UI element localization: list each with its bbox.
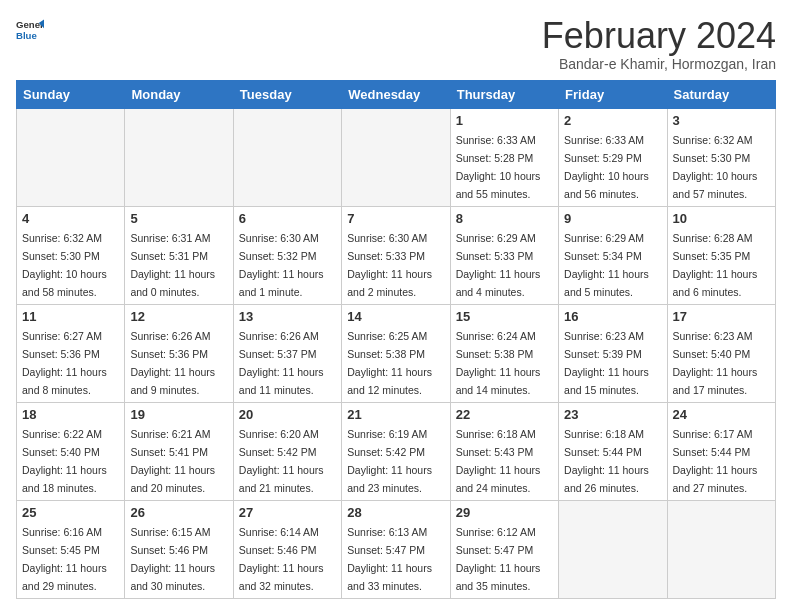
day-number: 10	[673, 211, 770, 226]
day-number: 12	[130, 309, 227, 324]
day-info: Sunrise: 6:27 AM Sunset: 5:36 PM Dayligh…	[22, 330, 107, 396]
day-cell: 4Sunrise: 6:32 AM Sunset: 5:30 PM Daylig…	[17, 206, 125, 304]
day-info: Sunrise: 6:15 AM Sunset: 5:46 PM Dayligh…	[130, 526, 215, 592]
svg-text:General: General	[16, 19, 44, 30]
day-number: 16	[564, 309, 661, 324]
day-info: Sunrise: 6:32 AM Sunset: 5:30 PM Dayligh…	[22, 232, 107, 298]
day-cell: 20Sunrise: 6:20 AM Sunset: 5:42 PM Dayli…	[233, 402, 341, 500]
day-info: Sunrise: 6:32 AM Sunset: 5:30 PM Dayligh…	[673, 134, 758, 200]
day-cell: 23Sunrise: 6:18 AM Sunset: 5:44 PM Dayli…	[559, 402, 667, 500]
day-number: 8	[456, 211, 553, 226]
day-cell: 16Sunrise: 6:23 AM Sunset: 5:39 PM Dayli…	[559, 304, 667, 402]
day-number: 18	[22, 407, 119, 422]
day-header-thursday: Thursday	[450, 80, 558, 108]
day-info: Sunrise: 6:24 AM Sunset: 5:38 PM Dayligh…	[456, 330, 541, 396]
day-number: 19	[130, 407, 227, 422]
day-cell: 12Sunrise: 6:26 AM Sunset: 5:36 PM Dayli…	[125, 304, 233, 402]
day-cell: 27Sunrise: 6:14 AM Sunset: 5:46 PM Dayli…	[233, 500, 341, 598]
day-cell	[667, 500, 775, 598]
day-cell: 8Sunrise: 6:29 AM Sunset: 5:33 PM Daylig…	[450, 206, 558, 304]
calendar-body: 1Sunrise: 6:33 AM Sunset: 5:28 PM Daylig…	[17, 108, 776, 598]
day-cell: 25Sunrise: 6:16 AM Sunset: 5:45 PM Dayli…	[17, 500, 125, 598]
day-cell: 6Sunrise: 6:30 AM Sunset: 5:32 PM Daylig…	[233, 206, 341, 304]
day-info: Sunrise: 6:30 AM Sunset: 5:33 PM Dayligh…	[347, 232, 432, 298]
day-number: 20	[239, 407, 336, 422]
day-cell: 9Sunrise: 6:29 AM Sunset: 5:34 PM Daylig…	[559, 206, 667, 304]
day-cell: 15Sunrise: 6:24 AM Sunset: 5:38 PM Dayli…	[450, 304, 558, 402]
logo-icon: General Blue	[16, 16, 44, 44]
week-row-1: 1Sunrise: 6:33 AM Sunset: 5:28 PM Daylig…	[17, 108, 776, 206]
day-cell: 1Sunrise: 6:33 AM Sunset: 5:28 PM Daylig…	[450, 108, 558, 206]
day-info: Sunrise: 6:20 AM Sunset: 5:42 PM Dayligh…	[239, 428, 324, 494]
day-info: Sunrise: 6:18 AM Sunset: 5:43 PM Dayligh…	[456, 428, 541, 494]
day-cell: 3Sunrise: 6:32 AM Sunset: 5:30 PM Daylig…	[667, 108, 775, 206]
day-cell: 22Sunrise: 6:18 AM Sunset: 5:43 PM Dayli…	[450, 402, 558, 500]
day-number: 5	[130, 211, 227, 226]
calendar-table: SundayMondayTuesdayWednesdayThursdayFrid…	[16, 80, 776, 599]
week-row-5: 25Sunrise: 6:16 AM Sunset: 5:45 PM Dayli…	[17, 500, 776, 598]
day-info: Sunrise: 6:22 AM Sunset: 5:40 PM Dayligh…	[22, 428, 107, 494]
day-info: Sunrise: 6:31 AM Sunset: 5:31 PM Dayligh…	[130, 232, 215, 298]
day-number: 21	[347, 407, 444, 422]
week-row-4: 18Sunrise: 6:22 AM Sunset: 5:40 PM Dayli…	[17, 402, 776, 500]
day-number: 7	[347, 211, 444, 226]
day-info: Sunrise: 6:23 AM Sunset: 5:39 PM Dayligh…	[564, 330, 649, 396]
day-info: Sunrise: 6:30 AM Sunset: 5:32 PM Dayligh…	[239, 232, 324, 298]
day-number: 6	[239, 211, 336, 226]
day-info: Sunrise: 6:28 AM Sunset: 5:35 PM Dayligh…	[673, 232, 758, 298]
day-number: 28	[347, 505, 444, 520]
calendar-header: General Blue February 2024 Bandar-e Kham…	[16, 16, 776, 72]
day-cell: 13Sunrise: 6:26 AM Sunset: 5:37 PM Dayli…	[233, 304, 341, 402]
day-cell	[559, 500, 667, 598]
day-cell	[342, 108, 450, 206]
day-header-wednesday: Wednesday	[342, 80, 450, 108]
day-cell: 21Sunrise: 6:19 AM Sunset: 5:42 PM Dayli…	[342, 402, 450, 500]
day-cell: 29Sunrise: 6:12 AM Sunset: 5:47 PM Dayli…	[450, 500, 558, 598]
day-number: 2	[564, 113, 661, 128]
day-number: 3	[673, 113, 770, 128]
day-info: Sunrise: 6:12 AM Sunset: 5:47 PM Dayligh…	[456, 526, 541, 592]
calendar-subtitle: Bandar-e Khamir, Hormozgan, Iran	[542, 56, 776, 72]
day-number: 27	[239, 505, 336, 520]
days-header-row: SundayMondayTuesdayWednesdayThursdayFrid…	[17, 80, 776, 108]
day-number: 24	[673, 407, 770, 422]
day-info: Sunrise: 6:25 AM Sunset: 5:38 PM Dayligh…	[347, 330, 432, 396]
day-cell: 19Sunrise: 6:21 AM Sunset: 5:41 PM Dayli…	[125, 402, 233, 500]
day-cell: 7Sunrise: 6:30 AM Sunset: 5:33 PM Daylig…	[342, 206, 450, 304]
day-header-tuesday: Tuesday	[233, 80, 341, 108]
day-number: 1	[456, 113, 553, 128]
day-info: Sunrise: 6:16 AM Sunset: 5:45 PM Dayligh…	[22, 526, 107, 592]
day-number: 23	[564, 407, 661, 422]
day-info: Sunrise: 6:19 AM Sunset: 5:42 PM Dayligh…	[347, 428, 432, 494]
day-info: Sunrise: 6:26 AM Sunset: 5:36 PM Dayligh…	[130, 330, 215, 396]
day-number: 26	[130, 505, 227, 520]
day-cell	[233, 108, 341, 206]
day-info: Sunrise: 6:29 AM Sunset: 5:33 PM Dayligh…	[456, 232, 541, 298]
day-cell: 26Sunrise: 6:15 AM Sunset: 5:46 PM Dayli…	[125, 500, 233, 598]
day-cell: 14Sunrise: 6:25 AM Sunset: 5:38 PM Dayli…	[342, 304, 450, 402]
day-info: Sunrise: 6:26 AM Sunset: 5:37 PM Dayligh…	[239, 330, 324, 396]
day-info: Sunrise: 6:23 AM Sunset: 5:40 PM Dayligh…	[673, 330, 758, 396]
day-cell: 5Sunrise: 6:31 AM Sunset: 5:31 PM Daylig…	[125, 206, 233, 304]
day-number: 4	[22, 211, 119, 226]
day-cell: 2Sunrise: 6:33 AM Sunset: 5:29 PM Daylig…	[559, 108, 667, 206]
day-number: 13	[239, 309, 336, 324]
day-info: Sunrise: 6:18 AM Sunset: 5:44 PM Dayligh…	[564, 428, 649, 494]
day-cell: 10Sunrise: 6:28 AM Sunset: 5:35 PM Dayli…	[667, 206, 775, 304]
day-cell: 18Sunrise: 6:22 AM Sunset: 5:40 PM Dayli…	[17, 402, 125, 500]
day-cell	[17, 108, 125, 206]
day-number: 9	[564, 211, 661, 226]
day-number: 17	[673, 309, 770, 324]
day-header-friday: Friday	[559, 80, 667, 108]
day-info: Sunrise: 6:21 AM Sunset: 5:41 PM Dayligh…	[130, 428, 215, 494]
day-cell: 11Sunrise: 6:27 AM Sunset: 5:36 PM Dayli…	[17, 304, 125, 402]
day-info: Sunrise: 6:17 AM Sunset: 5:44 PM Dayligh…	[673, 428, 758, 494]
day-number: 29	[456, 505, 553, 520]
day-number: 14	[347, 309, 444, 324]
day-number: 11	[22, 309, 119, 324]
day-info: Sunrise: 6:29 AM Sunset: 5:34 PM Dayligh…	[564, 232, 649, 298]
title-section: February 2024 Bandar-e Khamir, Hormozgan…	[542, 16, 776, 72]
day-cell: 28Sunrise: 6:13 AM Sunset: 5:47 PM Dayli…	[342, 500, 450, 598]
day-header-saturday: Saturday	[667, 80, 775, 108]
week-row-3: 11Sunrise: 6:27 AM Sunset: 5:36 PM Dayli…	[17, 304, 776, 402]
